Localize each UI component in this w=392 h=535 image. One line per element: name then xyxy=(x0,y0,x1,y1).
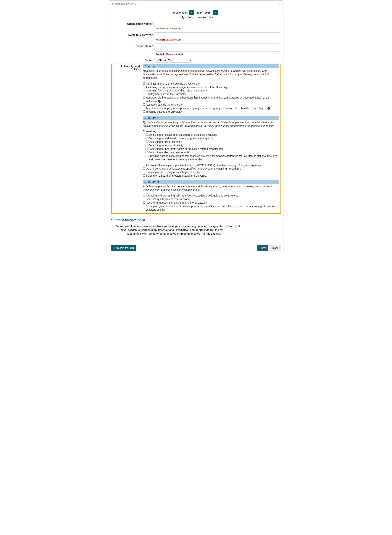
type-row: Type:* -- Choose One -- xyxy=(111,58,281,63)
activity-type-checkbox[interactable] xyxy=(143,198,145,200)
activity-type-checkbox[interactable] xyxy=(143,96,145,98)
category-3-description: Activities are generally within course a… xyxy=(143,185,279,192)
activity-type-label: Providing outside consulting or compensa… xyxy=(149,154,279,161)
activity-type-item: Developing scholarly or creative works xyxy=(143,197,279,201)
activity-type-label: Reviewing manuscripts, acting in an edit… xyxy=(146,201,208,205)
required-mark: * xyxy=(152,45,153,48)
activity-type-label: Honorary, visiting, adjunct, or other in… xyxy=(146,96,279,103)
student-no-option[interactable]: No xyxy=(235,225,241,228)
student-yes-option[interactable]: Yes xyxy=(225,225,233,228)
activity-type-checkbox[interactable] xyxy=(145,134,148,136)
student-question-row: Do you plan to involve student(s) from y… xyxy=(111,225,281,236)
activity-type-item: Research outside the University xyxy=(143,103,279,107)
activity-type-checkbox[interactable] xyxy=(145,151,148,153)
activity-type-label: Consulting for non-profit health or educ… xyxy=(149,147,223,151)
activity-type-checkbox[interactable] xyxy=(143,174,145,177)
activity-type-label: Developing scholarly or creative works xyxy=(146,197,190,201)
activity-type-item: Consulting or testifying as an expert or… xyxy=(145,133,279,137)
category-2-description: Typically a shorter term activity outsid… xyxy=(143,121,279,128)
category-3-header: Category III xyxy=(143,180,279,184)
student-radio-group: Yes No xyxy=(225,225,242,228)
activity-type-checkbox[interactable] xyxy=(145,148,148,150)
activity-type-label: Attending and presenting talks at univer… xyxy=(146,194,238,197)
activity-type-item: Additional University-compensated teachi… xyxy=(143,164,279,167)
activity-type-item: Assuming founding or co-founding role of… xyxy=(143,89,279,92)
section-divider xyxy=(111,239,281,239)
activity-types-label: Activity Type(s) / Role(s): xyxy=(121,65,141,71)
required-mark: * xyxy=(140,68,141,71)
enter-button[interactable]: Enter xyxy=(257,245,268,251)
fiscal-prev-button[interactable]: < xyxy=(189,10,194,15)
activity-type-checkbox[interactable] xyxy=(143,171,145,173)
category-2-header: Category II xyxy=(143,116,279,120)
org-name-label: Organization Name: xyxy=(127,22,152,25)
activity-type-item: Consulting under the auspices of UC xyxy=(145,151,279,154)
info-icon[interactable]: i xyxy=(158,100,161,103)
activity-type-label: Talent recruitment programs sponsored by… xyxy=(146,107,270,110)
activity-type-item: Providing or presenting a workshop for i… xyxy=(143,170,279,174)
activity-type-checkbox[interactable] xyxy=(143,164,145,166)
modal-body: Fiscal Year: < 2024 - 2025 > July 1, 200… xyxy=(109,8,283,243)
activity-type-item: Other income generating activities speci… xyxy=(143,167,279,170)
required-mark: * xyxy=(152,33,153,37)
activity-type-label: Consulting for a domestic or foreign gov… xyxy=(149,137,213,140)
activity-type-checkbox[interactable] xyxy=(143,167,145,170)
description-row: Description:* Available Characters: 4000 xyxy=(111,43,281,57)
activity-type-label: Employment outside the University xyxy=(146,92,186,96)
close-icon[interactable]: × xyxy=(278,2,281,6)
student-yes-radio[interactable] xyxy=(225,225,228,228)
activity-name-input[interactable] xyxy=(154,32,281,38)
activity-type-item: Administration of a grant outside the Un… xyxy=(143,82,279,85)
activity-type-label: Assuming founding or co-founding role of… xyxy=(146,89,207,92)
description-input[interactable] xyxy=(154,43,281,52)
info-icon[interactable]: i xyxy=(267,107,270,110)
activity-type-item: Assuming an executive or managerial posi… xyxy=(143,85,279,89)
activity-type-checkbox[interactable] xyxy=(143,82,145,85)
activity-type-checkbox[interactable] xyxy=(143,194,145,196)
activity-type-item: Teaching outside the University xyxy=(143,110,279,114)
enter-activity-modal: Enter an Activity × Fiscal Year: < 2024 … xyxy=(109,0,284,253)
help-text-toggle-button[interactable]: Turn help text ON xyxy=(111,245,136,251)
fiscal-next-button[interactable]: > xyxy=(213,10,218,15)
activity-type-label: Assuming an executive or managerial posi… xyxy=(146,85,228,89)
activity-type-checkbox[interactable] xyxy=(143,93,145,95)
category-1-description: Most likely to create a conflict of comm… xyxy=(143,69,279,80)
activity-type-item: Honorary, visiting, adjunct, or other in… xyxy=(143,96,279,103)
activity-type-item: Employment outside the University xyxy=(143,92,279,96)
close-button[interactable]: Close xyxy=(270,245,281,251)
fiscal-year-range: 2024 - 2025 xyxy=(197,11,210,14)
activity-type-label: Consulting under the auspices of UC xyxy=(149,151,191,154)
activity-type-checkbox[interactable] xyxy=(145,155,148,157)
category-3-list: Attending and presenting talks at univer… xyxy=(143,194,279,211)
activity-type-label: Serving on a board of directors outside … xyxy=(146,174,207,177)
org-name-input[interactable] xyxy=(154,21,281,27)
org-name-charcount: Available Characters: 255 xyxy=(156,28,281,30)
activity-type-checkbox[interactable] xyxy=(143,110,145,113)
activity-type-label: Administration of a grant outside the Un… xyxy=(146,82,200,85)
activity-type-checkbox[interactable] xyxy=(143,103,145,106)
date-range: July 1, 2001 - June 30, 2002 xyxy=(111,16,281,19)
activity-type-checkbox[interactable] xyxy=(145,144,148,146)
activity-type-checkbox[interactable] xyxy=(145,140,148,143)
activity-type-item: Reviewing manuscripts, acting in an edit… xyxy=(143,201,279,205)
activity-type-label: Serving on government or professional pa… xyxy=(146,205,279,212)
activity-type-label: Consulting for for-profit entity xyxy=(149,140,182,144)
activity-type-item: Serving on government or professional pa… xyxy=(143,205,279,212)
activity-type-label: Teaching outside the University xyxy=(146,110,182,114)
activity-type-checkbox[interactable] xyxy=(143,205,145,207)
student-yes-label: Yes xyxy=(228,225,233,228)
activity-type-item: Consulting for non-profit entity xyxy=(145,144,279,147)
activity-type-checkbox[interactable] xyxy=(143,86,145,88)
activity-name-row: Name this Activity:* Available Character… xyxy=(111,32,281,43)
activity-type-label: Research outside the University xyxy=(146,103,183,107)
type-select[interactable]: -- Choose One -- xyxy=(154,58,193,63)
activity-type-checkbox[interactable] xyxy=(145,137,148,139)
category-2-other-list: Additional University-compensated teachi… xyxy=(143,164,279,178)
activity-type-item: Consulting for a domestic or foreign gov… xyxy=(145,137,279,140)
activity-type-checkbox[interactable] xyxy=(143,107,145,109)
activity-type-checkbox[interactable] xyxy=(143,89,145,91)
description-charcount: Available Characters: 4000 xyxy=(156,53,281,55)
student-no-radio[interactable] xyxy=(235,225,237,228)
activity-type-checkbox[interactable] xyxy=(143,201,145,204)
modal-title: Enter an Activity xyxy=(112,2,136,6)
